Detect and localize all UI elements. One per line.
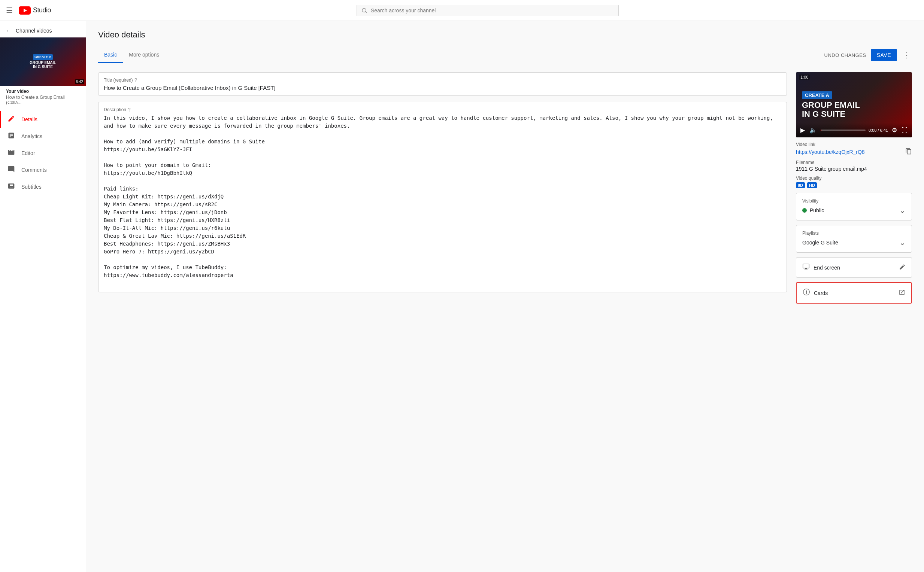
sidebar-video-name: How to Create a Group Email (Colla... — [6, 95, 80, 105]
playlists-label: Playlists — [802, 231, 906, 236]
filename-value: 1911 G Suite group email.mp4 — [796, 166, 912, 172]
end-screen-icon — [802, 263, 810, 272]
description-label: Description ? — [104, 107, 781, 113]
quality-row: Video quality 8D HD — [796, 176, 912, 188]
sidebar: ← Channel videos CREATE A GROUP EMAILIN … — [0, 21, 86, 572]
sidebar-video-info: Your video How to Create a Group Email (… — [0, 86, 86, 111]
video-link-row: Video link https://youtu.be/kzqOjxR_rQ8 — [796, 142, 912, 156]
end-screen-label: End screen — [813, 265, 840, 270]
title-help-icon[interactable]: ? — [134, 77, 137, 83]
sidebar-item-label-details: Details — [21, 117, 37, 123]
title-label: Title (required) ? — [104, 77, 781, 83]
progress-bar[interactable] — [821, 129, 866, 131]
visibility-dropdown-icon[interactable]: ⌄ — [899, 206, 906, 215]
tab-more-options[interactable]: More options — [123, 47, 165, 63]
cards-info-icon — [802, 288, 810, 298]
visibility-value: Public — [810, 207, 824, 213]
subtitles-icon — [7, 182, 16, 192]
visibility-row: Public — [802, 207, 824, 213]
volume-button[interactable]: 🔈 — [809, 126, 818, 134]
video-badge: CREATE A — [802, 91, 832, 99]
thumb-title: GROUP EMAILIN G SUITE — [30, 61, 56, 69]
sidebar-item-details[interactable]: Details — [0, 111, 86, 128]
sidebar-item-label-subtitles: Subtitles — [21, 184, 42, 190]
app-layout: ← Channel videos CREATE A GROUP EMAILIN … — [0, 21, 924, 572]
search-input[interactable] — [371, 8, 614, 14]
more-actions-button[interactable]: ⋮ — [902, 49, 912, 61]
top-nav: ☰ Studio — [0, 0, 924, 21]
cards-row: Cards — [797, 283, 911, 303]
description-field-group: Description ? In this video, I show you … — [98, 102, 787, 292]
playlists-dropdown-icon[interactable]: ⌄ — [899, 238, 906, 247]
back-arrow-icon: ← — [6, 28, 11, 34]
hamburger-icon[interactable]: ☰ — [6, 6, 13, 15]
cards-card[interactable]: Cards — [796, 282, 912, 304]
visibility-dot — [802, 208, 807, 213]
filename-label: Filename — [796, 160, 912, 165]
svg-point-9 — [806, 290, 807, 291]
form-left: Title (required) ? Description ? In this… — [98, 72, 787, 308]
main-content: Video details Basic More options UNDO CH… — [86, 21, 924, 572]
fullscreen-button[interactable]: ⛶ — [901, 126, 908, 134]
visibility-card: Visibility Public ⌄ — [796, 193, 912, 221]
video-link[interactable]: https://youtu.be/kzqOjxR_rQ8 — [796, 149, 865, 155]
progress-fill — [821, 129, 821, 131]
visibility-content: Visibility Public ⌄ — [796, 193, 912, 220]
your-video-label: Your video — [6, 89, 80, 94]
sidebar-thumbnail: CREATE A GROUP EMAILIN G SUITE 6:42 — [0, 37, 86, 86]
description-field-box[interactable]: Description ? In this video, I show you … — [98, 102, 787, 292]
logo: Studio — [19, 6, 51, 15]
video-link-label: Video link — [796, 142, 912, 147]
playlists-value: Google G Suite — [802, 239, 838, 246]
cards-external-button[interactable] — [899, 289, 905, 297]
sidebar-item-analytics[interactable]: Analytics — [0, 128, 86, 145]
end-screen-row: End screen — [796, 258, 912, 277]
undo-changes-button[interactable]: UNDO CHANGES — [824, 53, 866, 58]
sidebar-item-editor[interactable]: Editor — [0, 145, 86, 162]
filename-row: Filename 1911 G Suite group email.mp4 — [796, 160, 912, 172]
search-bar[interactable] — [357, 5, 619, 16]
analytics-icon — [7, 132, 16, 141]
play-button[interactable]: ▶ — [799, 126, 806, 134]
playlists-content: Playlists Google G Suite ⌄ — [796, 225, 912, 252]
sidebar-item-subtitles[interactable]: Subtitles — [0, 179, 86, 196]
settings-button[interactable]: ⚙ — [891, 126, 898, 134]
description-textarea[interactable]: In this video, I show you how to create … — [104, 114, 781, 286]
sidebar-item-label-analytics: Analytics — [21, 133, 42, 139]
svg-rect-4 — [803, 264, 809, 268]
sidebar-back-label: Channel videos — [16, 28, 52, 34]
tab-basic[interactable]: Basic — [98, 47, 123, 63]
title-field-group: Title (required) ? — [98, 72, 787, 96]
svg-line-3 — [365, 11, 366, 12]
studio-logo-text: Studio — [33, 6, 51, 14]
details-icon — [7, 115, 16, 124]
quality-badge-hd: HD — [807, 182, 817, 188]
editor-icon — [7, 149, 16, 158]
sidebar-item-label-editor: Editor — [21, 150, 35, 156]
search-icon — [361, 8, 367, 14]
video-meta: Video link https://youtu.be/kzqOjxR_rQ8 … — [796, 142, 912, 188]
description-help-icon[interactable]: ? — [128, 107, 131, 113]
title-input[interactable] — [104, 85, 781, 91]
quality-label: Video quality — [796, 176, 912, 181]
video-title-overlay: GROUP EMAILIN G SUITE — [802, 101, 860, 119]
cards-left: Cards — [802, 288, 828, 298]
svg-rect-6 — [804, 269, 807, 269]
sidebar-item-label-comments: Comments — [21, 167, 47, 173]
form-right: CREATE A GROUP EMAILIN G SUITE ▶ 🔈 0:00 … — [796, 72, 912, 308]
copy-link-button[interactable] — [905, 148, 912, 156]
thumb-badge: CREATE A — [33, 54, 53, 60]
title-field-box[interactable]: Title (required) ? — [98, 72, 787, 96]
save-button[interactable]: SAVE — [871, 49, 897, 61]
thumb-duration: 6:42 — [75, 79, 84, 84]
form-area: Title (required) ? Description ? In this… — [98, 72, 912, 308]
back-button[interactable]: ← Channel videos — [0, 24, 86, 37]
end-screen-card[interactable]: End screen — [796, 257, 912, 278]
end-screen-edit-button[interactable] — [899, 264, 906, 272]
quality-badge-sd: 8D — [796, 182, 805, 188]
video-time-top: 1:00 — [799, 75, 810, 80]
video-controls: ▶ 🔈 0:00 / 6:41 ⚙ ⛶ — [796, 123, 912, 137]
sidebar-item-comments[interactable]: Comments — [0, 162, 86, 179]
tab-actions: UNDO CHANGES SAVE ⋮ — [824, 49, 912, 61]
tabs-bar: Basic More options UNDO CHANGES SAVE ⋮ — [98, 47, 912, 63]
